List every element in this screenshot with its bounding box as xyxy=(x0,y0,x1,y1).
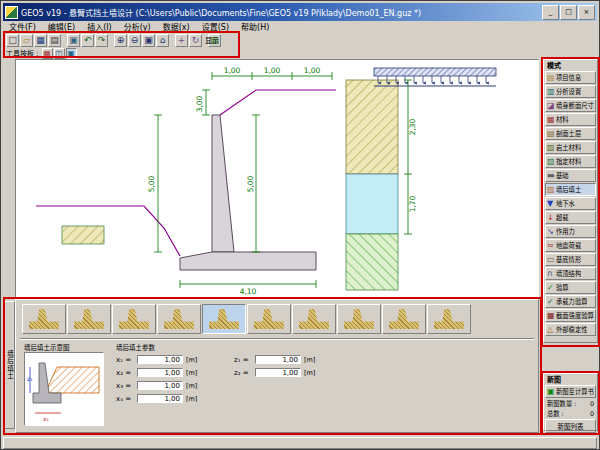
wall-shape-3[interactable] xyxy=(112,304,156,334)
modes-list: ▤ 项目信息 ▥ 分析设置 ◪ 墙身断面尺寸 ▦ 材料 ▤ 剖面土层 ▨ 岩土材… xyxy=(545,71,596,336)
mode-project-info[interactable]: ▤ 项目信息 xyxy=(545,71,596,84)
print-button[interactable]: ▤ xyxy=(48,34,61,47)
frame-toolbar-button-icon: ▣ xyxy=(67,49,75,58)
wall-shape-8[interactable] xyxy=(337,304,381,334)
open-button[interactable]: ▱ xyxy=(20,34,33,47)
dim-layer-1: 2,30 xyxy=(408,118,417,135)
mode-applied-forces[interactable]: ↘ 作用力 xyxy=(545,225,596,238)
mode-item-label: 指定材料 xyxy=(556,157,581,166)
zoom-window-button[interactable]: ▣ xyxy=(142,34,155,47)
menu-file[interactable]: 文件(F) xyxy=(3,22,42,34)
param-input[interactable]: 1,00 xyxy=(137,394,183,403)
wall-shape-1[interactable] xyxy=(22,304,66,334)
mode-earthquake[interactable]: ≈ 地震荷载 xyxy=(545,239,596,252)
menu-item-label: 插入(I) xyxy=(87,23,112,32)
separator xyxy=(20,338,534,340)
minimize-button[interactable]: _ xyxy=(542,5,559,20)
param-input[interactable]: 1,00 xyxy=(255,355,301,364)
mode-item-icon: ▨ xyxy=(547,144,556,152)
menu-data[interactable]: 数据(x) xyxy=(157,22,196,34)
dim-top-2: 1,00 xyxy=(264,66,281,75)
wall-shape-9[interactable] xyxy=(382,304,426,334)
wall-shape-5[interactable] xyxy=(202,304,246,334)
param-input[interactable]: 1,00 xyxy=(255,368,301,377)
frame-tab-backfill[interactable]: 墙后填土 xyxy=(4,301,15,429)
menu-item-label: 编辑(E) xyxy=(48,23,75,32)
mode-surcharge[interactable]: ↓ 超载 xyxy=(545,211,596,224)
modes-panel: 模式 ▤ 项目信息 ▥ 分析设置 ◪ 墙身断面尺寸 ▦ 材料 ▤ 剖面土层 ▨ … xyxy=(543,59,598,343)
mode-foundation[interactable]: ▬ 基础 xyxy=(545,169,596,182)
menu-insert[interactable]: 插入(I) xyxy=(81,22,118,34)
frame-toolbar-button-icon: ◫ xyxy=(55,49,63,58)
maximize-button[interactable]: □ xyxy=(560,5,577,20)
wall-shape-icon xyxy=(29,309,59,329)
param-unit: [m] xyxy=(304,369,315,377)
wall-shape-10[interactable] xyxy=(427,304,471,334)
picture-list-button[interactable]: 新图列表 xyxy=(545,419,596,433)
wall-shape-4[interactable] xyxy=(157,304,201,334)
mode-stability[interactable]: △ 外部稳定性 xyxy=(545,323,596,336)
move-button[interactable]: + xyxy=(175,34,188,47)
param-unit: [m] xyxy=(186,356,197,364)
mode-item-label: 分析设置 xyxy=(556,87,581,96)
param-label: z₂ = xyxy=(234,369,255,377)
close-button[interactable]: × xyxy=(578,5,595,20)
mode-item-label: 地震荷载 xyxy=(556,241,581,250)
title-bar[interactable]: GEO5 v19 - 悬臂式挡土墙设计 (C:\Users\Public\Doc… xyxy=(3,3,597,21)
drawing-canvas[interactable]: 1,00 1,00 1,00 3,00 5,00 5,00 4,10 2,30 … xyxy=(15,59,539,299)
redo-button[interactable]: ↷ xyxy=(95,34,108,47)
mode-base-shape[interactable]: ▭ 基底情形 xyxy=(545,253,596,266)
new-button[interactable]: □ xyxy=(6,34,19,47)
menu-settings[interactable]: 设置(S) xyxy=(196,22,235,34)
zoom-in-button[interactable]: ⊕ xyxy=(114,34,127,47)
mode-soils[interactable]: ▨ 岩土材料 xyxy=(545,141,596,154)
param-input[interactable]: 1,00 xyxy=(137,381,183,390)
param-input[interactable]: 1,00 xyxy=(137,368,183,377)
menu-help[interactable]: 帮助(H) xyxy=(235,22,275,34)
mode-material[interactable]: ▦ 材料 xyxy=(545,113,596,126)
soil-layer-3 xyxy=(346,234,398,290)
soil-legend-patch xyxy=(62,226,104,244)
main-toolbar: □▱▦▤▣↶↷⊕⊖▣⌂+↻▥ xyxy=(6,33,222,48)
toolbar-button-icon: ▣ xyxy=(69,36,78,45)
param-input[interactable]: 1,00 xyxy=(137,355,183,364)
mode-analysis-settings[interactable]: ▥ 分析设置 xyxy=(545,85,596,98)
camera-icon: ▣ xyxy=(547,388,556,396)
param-unit: [m] xyxy=(186,395,197,403)
menu-edit[interactable]: 编辑(E) xyxy=(42,22,81,34)
zoom-out-button[interactable]: ⊖ xyxy=(128,34,141,47)
toolbar-button-icon: + xyxy=(178,36,186,45)
mode-item-icon: ▤ xyxy=(547,130,556,138)
zoom-all-button[interactable]: ⌂ xyxy=(156,34,169,47)
mode-verification[interactable]: ✓ 验算 xyxy=(545,281,596,294)
app-icon xyxy=(5,6,18,19)
wall-shape-icon xyxy=(344,309,374,329)
save-button[interactable]: ▦ xyxy=(34,34,47,47)
wall-shape-7[interactable] xyxy=(292,304,336,334)
mode-backfill[interactable]: ▨ 墙后填土 xyxy=(545,183,596,196)
frame-tool-2[interactable]: ◫ xyxy=(54,48,65,59)
undo-button[interactable]: ↶ xyxy=(81,34,94,47)
copy-button[interactable]: ▣ xyxy=(67,34,80,47)
mode-profile[interactable]: ▤ 剖面土层 xyxy=(545,127,596,140)
mode-wall-top[interactable]: ∩ 墙顶结构 xyxy=(545,267,596,280)
wall-shape-6[interactable] xyxy=(247,304,291,334)
mode-bearing-capacity[interactable]: ✓ 承载力验算 xyxy=(545,295,596,308)
counter-label: 新图数量 : xyxy=(547,399,576,408)
mode-wall-geometry[interactable]: ◪ 墙身断面尺寸 xyxy=(545,99,596,112)
window-title: GEO5 v19 - 悬臂式挡土墙设计 (C:\Users\Public\Doc… xyxy=(21,7,541,18)
params-section-title: 墙后填土参数 xyxy=(116,342,155,352)
frame-tool-1[interactable]: ▦ xyxy=(42,48,53,59)
mode-item-label: 剖面土层 xyxy=(556,129,581,138)
add-picture-button[interactable]: ▣ 新图至计算书 xyxy=(545,385,596,398)
rotate-button[interactable]: ↻ xyxy=(189,34,202,47)
mode-assign[interactable]: ▧ 指定材料 xyxy=(545,155,596,168)
param-label: x₂ = xyxy=(116,369,137,377)
wall-shape-2[interactable] xyxy=(67,304,111,334)
mode-water[interactable]: ▼ 地下水 xyxy=(545,197,596,210)
menu-analysis[interactable]: 分析(y) xyxy=(118,22,157,34)
mode-dimensioning[interactable]: ▦ 截面强度验算 xyxy=(545,309,596,322)
params-right-column: z₁ = 1,00 [m] z₂ = 1,00 [m] xyxy=(234,353,315,379)
toolbar-button-icon: ⊕ xyxy=(117,36,125,45)
frame-tool-3[interactable]: ▣ xyxy=(66,48,77,59)
